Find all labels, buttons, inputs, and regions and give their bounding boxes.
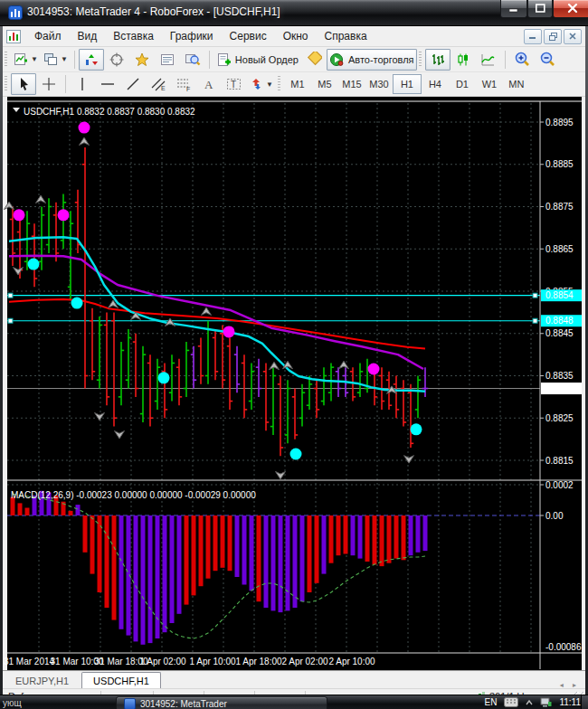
profiles-icon — [43, 52, 59, 67]
vertical-line-button[interactable] — [70, 73, 95, 95]
timeframe-w1[interactable]: W1 — [476, 75, 503, 93]
timeframe-h1[interactable]: H1 — [393, 74, 422, 94]
tab-usdchf-h1[interactable]: USDCHF,H1 — [81, 672, 161, 689]
menu-file[interactable]: Файл — [26, 27, 70, 45]
fibonacci-button[interactable]: F — [171, 73, 196, 95]
menu-charts[interactable]: Графики — [162, 27, 222, 45]
data-window-button[interactable] — [104, 49, 129, 71]
metaeditor-button[interactable] — [301, 49, 327, 71]
timeframe-m1[interactable]: M1 — [284, 75, 311, 93]
chevron-down-icon: ▼ — [31, 55, 38, 63]
chevron-down-icon: ▼ — [61, 55, 68, 63]
toolbar-grip[interactable] — [278, 76, 280, 92]
text-icon: A — [203, 77, 215, 91]
clock[interactable]: 11:11 — [559, 697, 581, 707]
tester-magnifier-icon — [185, 52, 201, 67]
mdi-close-button[interactable] — [564, 29, 582, 44]
timeframe-h4[interactable]: H4 — [422, 75, 449, 93]
market-watch-button[interactable] — [79, 49, 104, 71]
terminal-button[interactable] — [155, 49, 180, 71]
trendline-icon — [126, 77, 140, 91]
toolbar-grip[interactable] — [5, 76, 7, 92]
crosshair-button[interactable] — [36, 73, 62, 95]
svg-text:F: F — [186, 86, 190, 92]
zoom-in-button[interactable] — [509, 49, 535, 71]
mdi-minimize-button[interactable] — [524, 29, 542, 44]
window-title: 3014953: MetaTrader 4 - RoboForex - [USD… — [27, 5, 280, 18]
tab-eurjpy-h1[interactable]: EURJPY,H1 — [5, 674, 80, 689]
zoom-out-icon — [539, 52, 555, 67]
chart-line-button[interactable] — [476, 49, 501, 71]
close-button[interactable] — [553, 0, 588, 18]
menu-insert[interactable]: Вставка — [105, 27, 162, 45]
taskbar-app-button[interactable]: 3014952: MetaTrader — [116, 696, 327, 709]
autotrading-button[interactable]: Авто-торговля — [327, 49, 417, 71]
metaeditor-icon — [306, 52, 322, 67]
menubar: Файл Вид Вставка Графики Сервис Окно Спр… — [3, 26, 585, 47]
timeframe-m15[interactable]: M15 — [338, 75, 365, 93]
tray-expand-icon[interactable] — [526, 699, 533, 706]
chevron-down-icon: ▼ — [266, 80, 273, 89]
chart-window-icon — [6, 30, 21, 43]
candlestick-icon — [456, 52, 470, 67]
standard-toolbar: ▼ ▼ Новый Ордер Авто-торговля — [3, 47, 585, 72]
show-desktop-button[interactable] — [581, 695, 588, 709]
svg-text:T: T — [231, 80, 236, 90]
chart-candles-button[interactable] — [450, 49, 476, 71]
crosshair-circle-icon — [109, 52, 124, 67]
timeframe-m30[interactable]: M30 — [365, 75, 393, 93]
toolbar-grip[interactable] — [5, 52, 7, 68]
fibonacci-icon: F — [175, 77, 192, 91]
background-window-label: ующ — [3, 698, 22, 708]
maximize-button[interactable] — [527, 0, 553, 18]
menu-view[interactable]: Вид — [70, 27, 106, 45]
toolbar-separator — [209, 51, 210, 69]
channel-button[interactable]: E — [146, 73, 171, 95]
taskbar-app-label: 3014952: MetaTrader — [140, 699, 227, 709]
network-icon[interactable] — [540, 697, 552, 707]
arrows-shapes-button[interactable]: ▼ — [247, 73, 276, 95]
new-chart-button[interactable]: ▼ — [11, 49, 41, 71]
horizontal-line-button[interactable] — [95, 73, 120, 95]
menu-help[interactable]: Справка — [317, 27, 375, 45]
keyboard-icon[interactable] — [504, 697, 518, 707]
metatrader-taskbar-icon — [124, 698, 136, 709]
strategy-tester-button[interactable] — [180, 49, 205, 71]
chart-canvas[interactable] — [7, 97, 582, 670]
chart-bars-button[interactable] — [425, 49, 450, 71]
bar-chart-icon — [431, 52, 445, 67]
svg-text:A: A — [204, 78, 213, 91]
new-order-label: Новый Ордер — [235, 54, 299, 65]
cursor-button[interactable] — [11, 73, 36, 95]
timeframe-mn[interactable]: MN — [503, 75, 530, 93]
new-order-button[interactable]: Новый Ордер — [213, 49, 301, 71]
equidistant-channel-icon: E — [150, 77, 166, 91]
taskbar: ующ 3014952: MetaTrader EN 11:11 — [0, 695, 588, 709]
text-label-button[interactable]: T — [222, 73, 247, 95]
trendline-button[interactable] — [120, 73, 146, 95]
zoom-out-button[interactable] — [535, 49, 560, 71]
toolbar-grip[interactable] — [419, 52, 422, 68]
mdi-restore-button[interactable] — [544, 29, 562, 44]
menu-service[interactable]: Сервис — [222, 27, 275, 45]
terminal-icon — [160, 52, 175, 67]
navigator-button[interactable] — [129, 49, 155, 71]
autotrading-label: Авто-торговля — [348, 54, 414, 65]
arrow-shapes-icon — [250, 77, 264, 91]
timeframe-d1[interactable]: D1 — [449, 75, 476, 93]
star-icon — [135, 52, 149, 67]
text-button[interactable]: A — [196, 73, 222, 95]
profiles-button[interactable]: ▼ — [41, 49, 71, 71]
new-order-icon — [216, 52, 232, 67]
svg-text:E: E — [161, 85, 166, 91]
crosshair-icon — [42, 77, 56, 91]
system-tray: EN 11:11 — [485, 697, 581, 707]
text-label-icon: T — [226, 77, 242, 91]
timeframe-m5[interactable]: M5 — [311, 75, 338, 93]
minimize-button[interactable] — [500, 0, 527, 18]
language-indicator[interactable]: EN — [485, 697, 498, 707]
titlebar[interactable]: 3014953: MetaTrader 4 - RoboForex - [USD… — [0, 0, 588, 26]
app-icon — [8, 5, 23, 20]
toolbar-separator — [65, 75, 66, 93]
menu-window[interactable]: Окно — [275, 27, 317, 45]
